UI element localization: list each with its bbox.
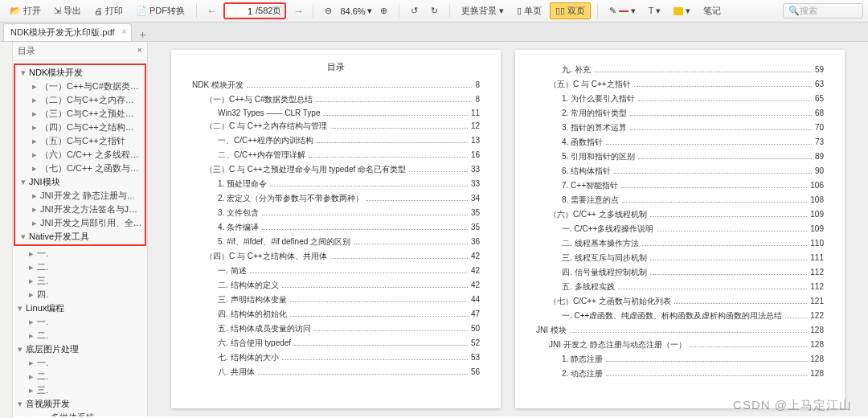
toc-entry[interactable]: 一. C++虚函数、纯虚函数、析构函数及虚析构函数的用法总结122 — [536, 310, 824, 322]
tree-node[interactable]: ▸JNI开发之局部引用、全局引用和弱全局引 — [16, 216, 144, 230]
toc-entry[interactable]: 4. 条件编译35 — [192, 222, 480, 233]
collapse-icon[interactable]: ▾ — [21, 67, 29, 79]
tree-node[interactable]: ▸二. — [13, 370, 147, 383]
tree-node[interactable]: ▸（三）C与C++之预处理命令与用typedef — [16, 107, 144, 121]
toc-entry[interactable]: 二、C/C++内存管理详解16 — [192, 150, 480, 161]
prev-page-button[interactable]: ← — [203, 5, 220, 17]
rotate-left-button[interactable]: ↺ — [406, 4, 423, 18]
bgchange-button[interactable]: 更换背景 ▾ — [457, 3, 509, 18]
tree-node[interactable]: ▸一. — [13, 315, 147, 329]
print-button[interactable]: 🖨 打印 — [89, 3, 128, 18]
toc-entry[interactable]: 1. 为什么要引入指针65 — [536, 93, 824, 104]
toc-leader — [317, 142, 468, 143]
close-tab-icon[interactable]: × — [121, 27, 126, 36]
tree-node[interactable]: ▸三. — [13, 274, 147, 288]
tree-node[interactable]: ▸（五）C与C++之指针 — [16, 134, 144, 148]
text-tool[interactable]: T ▾ — [644, 4, 666, 18]
tree-node[interactable]: ▸（七）C/C++ 之函数与初始化列表 — [16, 162, 144, 175]
tree-node[interactable]: ▸一. — [13, 356, 147, 370]
toc-entry[interactable]: NDK 模块开发8 — [192, 80, 480, 91]
new-tab-button[interactable]: + — [135, 28, 151, 41]
tree-node[interactable]: ▾Native开发工具 — [16, 230, 144, 244]
toc-entry[interactable]: 六. 结合使用 typedef52 — [192, 338, 480, 349]
toc-entry[interactable]: 3. 指针的算术运算70 — [536, 122, 824, 133]
sidebar-close-icon[interactable]: × — [137, 45, 142, 57]
tree-node[interactable]: ▸（一）C++与C#数据类型总结 — [16, 80, 144, 93]
toc-leader — [650, 260, 808, 260]
toc-entry[interactable]: JNI 模块128 — [536, 325, 824, 336]
toc-entry[interactable]: （七）C/C++ 之函数与初始化列表121 — [536, 296, 824, 307]
zoom-select[interactable]: 84.6% ▾ — [340, 6, 371, 16]
export-button[interactable]: ⇲ 导出 — [49, 3, 86, 18]
toc-entry[interactable]: JNI 开发之 静态注册与动态注册（一）128 — [536, 339, 824, 350]
toc-entry[interactable]: 7. C++智能指针106 — [536, 180, 824, 191]
toc-entry[interactable]: 二. 结构体的定义42 — [192, 280, 480, 291]
search-box[interactable]: 🔍 搜索 — [783, 3, 863, 18]
toc-entry[interactable]: 2. 动态注册128 — [536, 368, 824, 379]
toc-entry[interactable]: 3. 文件包含35 — [192, 207, 480, 219]
toc-entry[interactable]: 四. 结构体的初始化47 — [192, 309, 480, 320]
toc-entry[interactable]: 6. 结构体指针90 — [536, 166, 824, 177]
toc-entry[interactable]: 九. 补充59 — [536, 64, 824, 76]
tree-node[interactable]: ▸JNI开发之方法签名与Java通信（二） — [16, 203, 144, 216]
toc-entry[interactable]: （四）C 与 C++之结构体、共用体42 — [192, 251, 480, 262]
toc-entry[interactable]: （五）C 与 C++之指针63 — [536, 79, 824, 90]
zoom-in-button[interactable]: ⊕ — [375, 4, 392, 18]
toc-entry[interactable]: 4. 函数指针73 — [536, 137, 824, 148]
tree-node[interactable]: ▸JNI开发之 静态注册与动态注册（一） — [16, 189, 144, 203]
toc-entry[interactable]: （二）C 与 C++之内存结构与管理12 — [192, 121, 480, 132]
toc-entry[interactable]: 二. 线程基本操作方法110 — [536, 238, 824, 249]
toc-entry[interactable]: 四. 信号量线程控制机制112 — [536, 267, 824, 278]
zoom-out-button[interactable]: ⊖ — [320, 4, 337, 18]
highlight-red[interactable]: ✎ ▾ — [604, 4, 641, 18]
toc-entry[interactable]: 1. 静态注册128 — [536, 354, 824, 365]
tree-node[interactable]: ▸（二）C与C++之内存结构与管理 — [16, 93, 144, 107]
tree-node[interactable]: ▸一. 多媒体系统 — [13, 411, 147, 416]
toc-entry[interactable]: 5. #if、#ifdef、#if defined 之间的区别36 — [192, 236, 480, 248]
double-page-button[interactable]: ▯▯ 双页 — [550, 2, 591, 19]
tree-node[interactable]: ▸一. — [13, 247, 147, 260]
toc-leader — [650, 216, 808, 217]
tree-node[interactable]: ▸三. — [13, 383, 147, 397]
toc-leader — [250, 273, 468, 273]
toc-entry[interactable]: 三. 声明结构体变量44 — [192, 294, 480, 305]
toc-entry[interactable]: 一. 简述42 — [192, 265, 480, 277]
toc-entry[interactable]: 七. 结构体的大小53 — [192, 352, 480, 363]
tree-node[interactable]: ▸（六）C/C++ 之多线程机制 — [16, 148, 144, 162]
toc-entry[interactable]: （三）C 与 C++之预处理命令与用 typedef 命名已有类型33 — [192, 164, 480, 175]
next-page-button[interactable]: → — [289, 5, 306, 17]
tree-node[interactable]: ▾音视频开发 — [13, 397, 147, 411]
toc-entry[interactable]: 一. C/C++多线程操作说明109 — [536, 223, 824, 235]
toc-entry[interactable]: 八. 共用体56 — [192, 367, 480, 378]
page-input[interactable] — [228, 6, 252, 16]
toc-entry[interactable]: 三. 线程互斥与同步机制111 — [536, 252, 824, 264]
toc-entry[interactable]: 8. 需要注意的点108 — [536, 195, 824, 206]
collapse-icon[interactable]: ▾ — [21, 231, 29, 243]
toc-entry[interactable]: 2. 常用的指针类型68 — [536, 108, 824, 119]
toc-entry[interactable]: （一）C++与 C#数据类型总结8 — [192, 94, 480, 105]
tree-node[interactable]: ▾JNI模块 — [16, 175, 144, 189]
toc-entry[interactable]: 5. 引用和指针的区别89 — [536, 151, 824, 162]
collapse-icon[interactable]: ▾ — [21, 176, 29, 188]
toc-entry[interactable]: Win32 Types —— CLR Type11 — [192, 109, 480, 117]
rotate-right-button[interactable]: ↻ — [426, 4, 443, 18]
highlight-yellow[interactable]: ▾ — [669, 4, 695, 18]
doc-tab[interactable]: NDK模块开发无水印版.pdf × — [3, 23, 132, 41]
toc-entry[interactable]: 五. 结构体成员变量的访问50 — [192, 323, 480, 334]
toc-entry[interactable]: 一、C/C++程序的内训结构13 — [192, 135, 480, 146]
tree-node[interactable]: ▸二. — [13, 329, 147, 342]
pdfconv-button[interactable]: 📄 PDF转换 — [131, 3, 190, 18]
toc-entry[interactable]: 五. 多线程实践112 — [536, 281, 824, 293]
tree-node[interactable]: ▾NDK模块开发 — [16, 66, 144, 80]
single-page-button[interactable]: ▯ 单页 — [512, 3, 547, 18]
toc-entry[interactable]: 2. 宏定义（分为带参数与不带参数两种）34 — [192, 193, 480, 204]
open-button[interactable]: 📂 打开 — [5, 3, 46, 18]
toc-entry[interactable]: （六）C/C++ 之多线程机制109 — [536, 209, 824, 220]
tree-node[interactable]: ▸四. — [13, 288, 147, 301]
tree-node[interactable]: ▾底层图片处理 — [13, 342, 147, 356]
toc-entry[interactable]: 1. 预处理命令33 — [192, 178, 480, 190]
note-button[interactable]: 笔记 — [698, 3, 726, 18]
tree-node[interactable]: ▾Linux编程 — [13, 301, 147, 315]
tree-node[interactable]: ▸（四）C与C++之结构体、共用体 — [16, 121, 144, 134]
tree-node[interactable]: ▸二. — [13, 260, 147, 274]
